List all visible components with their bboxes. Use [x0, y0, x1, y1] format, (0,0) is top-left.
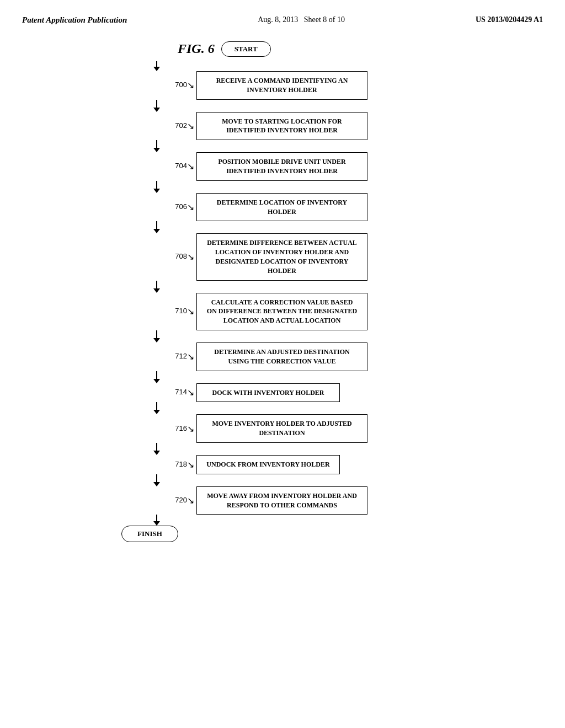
arrow-700-702	[153, 100, 160, 112]
step-box-704: POSITION MOBILE DRIVE UNIT UNDER IDENTIF…	[196, 152, 367, 181]
arrow-706-708	[153, 221, 160, 233]
step-label-708: 708↘	[161, 251, 194, 262]
step-label-704: 704↘	[161, 161, 194, 172]
step-row-708: 708↘ DETERMINE DIFFERENCE BETWEEN ACTUAL…	[161, 233, 404, 280]
arrow-716-718	[153, 443, 160, 455]
step-box-700: RECEIVE A COMMAND IDENTIFYING AN INVENTO…	[196, 71, 367, 100]
step-box-714: DOCK WITH INVENTORY HOLDER	[196, 383, 340, 403]
fig-label: FIG. 6	[178, 41, 215, 56]
publication-label: Patent Application Publication	[22, 15, 127, 25]
diagram-area: FIG. 6 START 700↘ RECEIVE A COMMAND IDEN…	[0, 30, 565, 542]
arrow-720-finish	[153, 515, 160, 526]
step-label-716: 716↘	[161, 424, 194, 434]
step-label-718: 718↘	[161, 459, 194, 470]
step-label-700: 700↘	[161, 80, 194, 90]
step-box-716: MOVE INVENTORY HOLDER TO ADJUSTED DESTIN…	[196, 414, 367, 443]
step-label-710: 710↘	[161, 306, 194, 317]
patent-number: US 2013/0204429 A1	[476, 15, 543, 24]
step-row-718: 718↘ UNDOCK FROM INVENTORY HOLDER	[161, 455, 404, 474]
step-box-710: CALCULATE A CORRECTION VALUE BASED ON DI…	[196, 293, 367, 330]
step-box-706: DETERMINE LOCATION OF INVENTORY HOLDER	[196, 193, 367, 222]
step-row-704: 704↘ POSITION MOBILE DRIVE UNIT UNDER ID…	[161, 152, 404, 181]
step-label-702: 702↘	[161, 121, 194, 131]
step-label-712: 712↘	[161, 351, 194, 362]
arrow-714-716	[153, 402, 160, 414]
start-terminal: START	[221, 41, 271, 57]
arrow-710-712	[153, 330, 160, 342]
step-row-710: 710↘ CALCULATE A CORRECTION VALUE BASED …	[161, 293, 404, 330]
step-label-720: 720↘	[161, 495, 194, 506]
step-box-708: DETERMINE DIFFERENCE BETWEEN ACTUAL LOCA…	[196, 233, 367, 280]
step-row-716: 716↘ MOVE INVENTORY HOLDER TO ADJUSTED D…	[161, 414, 404, 443]
step-box-702: MOVE TO STARTING LOCATION FOR IDENTIFIED…	[196, 112, 367, 141]
step-label-714: 714↘	[161, 387, 194, 398]
arrow-712-714	[153, 371, 160, 383]
arrow-702-704	[153, 140, 160, 152]
sheet-label: Sheet 8 of 10	[304, 15, 345, 24]
step-label-706: 706↘	[161, 202, 194, 212]
date-label: Aug. 8, 2013	[258, 15, 298, 24]
step-row-702: 702↘ MOVE TO STARTING LOCATION FOR IDENT…	[161, 112, 404, 141]
step-row-714: 714↘ DOCK WITH INVENTORY HOLDER	[161, 383, 404, 403]
header-center: Aug. 8, 2013 Sheet 8 of 10	[258, 15, 345, 24]
arrow-704-706	[153, 181, 160, 193]
step-row-706: 706↘ DETERMINE LOCATION OF INVENTORY HOL…	[161, 193, 404, 222]
step-row-700: 700↘ RECEIVE A COMMAND IDENTIFYING AN IN…	[161, 71, 404, 100]
arrow-0	[153, 61, 160, 71]
finish-terminal: FINISH	[121, 526, 178, 542]
page-header: Patent Application Publication Aug. 8, 2…	[0, 0, 565, 30]
step-row-712: 712↘ DETERMINE AN ADJUSTED DESTINATION U…	[161, 342, 404, 371]
step-box-712: DETERMINE AN ADJUSTED DESTINATION USING …	[196, 342, 367, 371]
step-box-720: MOVE AWAY FROM INVENTORY HOLDER AND RESP…	[196, 486, 367, 515]
step-box-718: UNDOCK FROM INVENTORY HOLDER	[196, 455, 340, 474]
step-row-720: 720↘ MOVE AWAY FROM INVENTORY HOLDER AND…	[161, 486, 404, 515]
arrow-708-710	[153, 281, 160, 293]
arrow-718-720	[153, 474, 160, 486]
